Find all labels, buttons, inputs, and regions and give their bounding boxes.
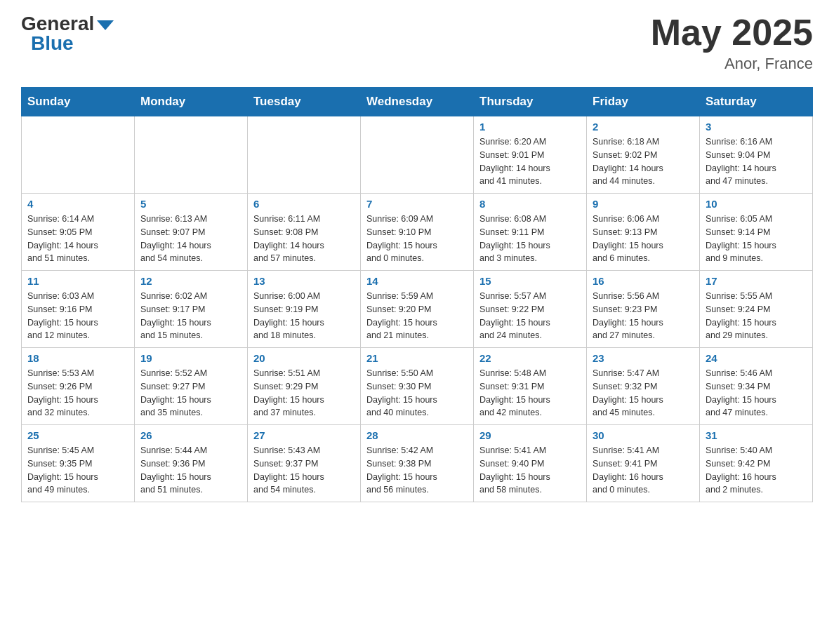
calendar-cell: 26Sunrise: 5:44 AMSunset: 9:36 PMDayligh…: [135, 425, 248, 502]
calendar-cell: 20Sunrise: 5:51 AMSunset: 9:29 PMDayligh…: [248, 348, 361, 425]
location-label: Anor, France: [651, 55, 813, 73]
calendar-cell: [361, 116, 474, 194]
calendar-cell: 9Sunrise: 6:06 AMSunset: 9:13 PMDaylight…: [587, 194, 700, 271]
logo-blue-text: Blue: [31, 34, 74, 53]
day-info: Sunrise: 5:45 AMSunset: 9:35 PMDaylight:…: [27, 444, 128, 497]
day-info: Sunrise: 5:42 AMSunset: 9:38 PMDaylight:…: [366, 444, 468, 497]
day-number: 7: [366, 198, 468, 210]
day-number: 2: [593, 121, 694, 133]
day-number: 10: [706, 198, 807, 210]
day-number: 27: [253, 429, 355, 441]
day-number: 31: [706, 429, 807, 441]
calendar-cell: 11Sunrise: 6:03 AMSunset: 9:16 PMDayligh…: [22, 271, 135, 348]
day-number: 13: [253, 275, 355, 287]
day-info: Sunrise: 5:50 AMSunset: 9:30 PMDaylight:…: [366, 367, 468, 420]
day-number: 6: [253, 198, 355, 210]
day-info: Sunrise: 5:55 AMSunset: 9:24 PMDaylight:…: [706, 290, 807, 342]
weekday-header-friday: Friday: [587, 88, 700, 116]
day-number: 3: [706, 121, 807, 133]
day-number: 23: [593, 352, 694, 364]
day-number: 18: [27, 352, 128, 364]
calendar-cell: 23Sunrise: 5:47 AMSunset: 9:32 PMDayligh…: [587, 348, 700, 425]
day-number: 20: [253, 352, 355, 364]
calendar-cell: 12Sunrise: 6:02 AMSunset: 9:17 PMDayligh…: [135, 271, 248, 348]
calendar-cell: 18Sunrise: 5:53 AMSunset: 9:26 PMDayligh…: [22, 348, 135, 425]
calendar-cell: 5Sunrise: 6:13 AMSunset: 9:07 PMDaylight…: [135, 194, 248, 271]
week-row-4: 18Sunrise: 5:53 AMSunset: 9:26 PMDayligh…: [22, 348, 813, 425]
calendar-cell: 10Sunrise: 6:05 AMSunset: 9:14 PMDayligh…: [700, 194, 813, 271]
calendar-cell: [22, 116, 135, 194]
calendar-cell: 25Sunrise: 5:45 AMSunset: 9:35 PMDayligh…: [22, 425, 135, 502]
logo: General Blue: [21, 14, 114, 53]
calendar-cell: 2Sunrise: 6:18 AMSunset: 9:02 PMDaylight…: [587, 116, 700, 194]
day-number: 28: [366, 429, 468, 441]
day-number: 19: [140, 352, 241, 364]
day-info: Sunrise: 6:05 AMSunset: 9:14 PMDaylight:…: [706, 213, 807, 265]
day-info: Sunrise: 5:57 AMSunset: 9:22 PMDaylight:…: [479, 290, 581, 342]
day-info: Sunrise: 5:48 AMSunset: 9:31 PMDaylight:…: [479, 367, 581, 420]
calendar-cell: 1Sunrise: 6:20 AMSunset: 9:01 PMDaylight…: [474, 116, 587, 194]
logo-general-text: General: [21, 14, 94, 34]
day-info: Sunrise: 6:14 AMSunset: 9:05 PMDaylight:…: [27, 213, 128, 265]
weekday-header-saturday: Saturday: [700, 88, 813, 116]
calendar-cell: 29Sunrise: 5:41 AMSunset: 9:40 PMDayligh…: [474, 425, 587, 502]
day-info: Sunrise: 5:59 AMSunset: 9:20 PMDaylight:…: [366, 290, 468, 342]
day-number: 12: [140, 275, 241, 287]
day-info: Sunrise: 5:40 AMSunset: 9:42 PMDaylight:…: [706, 444, 807, 497]
day-info: Sunrise: 5:41 AMSunset: 9:41 PMDaylight:…: [593, 444, 694, 497]
calendar-cell: 24Sunrise: 5:46 AMSunset: 9:34 PMDayligh…: [700, 348, 813, 425]
day-info: Sunrise: 5:47 AMSunset: 9:32 PMDaylight:…: [593, 367, 694, 420]
day-number: 9: [593, 198, 694, 210]
title-area: May 2025 Anor, France: [651, 14, 813, 73]
calendar-table: SundayMondayTuesdayWednesdayThursdayFrid…: [21, 87, 813, 502]
day-number: 8: [479, 198, 581, 210]
day-number: 5: [140, 198, 241, 210]
day-info: Sunrise: 5:41 AMSunset: 9:40 PMDaylight:…: [479, 444, 581, 497]
calendar-cell: 7Sunrise: 6:09 AMSunset: 9:10 PMDaylight…: [361, 194, 474, 271]
day-info: Sunrise: 5:51 AMSunset: 9:29 PMDaylight:…: [253, 367, 355, 420]
calendar-cell: 31Sunrise: 5:40 AMSunset: 9:42 PMDayligh…: [700, 425, 813, 502]
day-info: Sunrise: 6:06 AMSunset: 9:13 PMDaylight:…: [593, 213, 694, 265]
calendar-header-row: SundayMondayTuesdayWednesdayThursdayFrid…: [22, 88, 813, 116]
calendar-cell: 14Sunrise: 5:59 AMSunset: 9:20 PMDayligh…: [361, 271, 474, 348]
calendar-cell: 3Sunrise: 6:16 AMSunset: 9:04 PMDaylight…: [700, 116, 813, 194]
calendar-cell: 4Sunrise: 6:14 AMSunset: 9:05 PMDaylight…: [22, 194, 135, 271]
day-info: Sunrise: 5:46 AMSunset: 9:34 PMDaylight:…: [706, 367, 807, 420]
calendar-cell: [248, 116, 361, 194]
day-number: 4: [27, 198, 128, 210]
calendar-cell: 13Sunrise: 6:00 AMSunset: 9:19 PMDayligh…: [248, 271, 361, 348]
calendar-cell: 27Sunrise: 5:43 AMSunset: 9:37 PMDayligh…: [248, 425, 361, 502]
calendar-cell: 16Sunrise: 5:56 AMSunset: 9:23 PMDayligh…: [587, 271, 700, 348]
week-row-2: 4Sunrise: 6:14 AMSunset: 9:05 PMDaylight…: [22, 194, 813, 271]
day-number: 26: [140, 429, 241, 441]
day-number: 22: [479, 352, 581, 364]
calendar-cell: 22Sunrise: 5:48 AMSunset: 9:31 PMDayligh…: [474, 348, 587, 425]
calendar-cell: 30Sunrise: 5:41 AMSunset: 9:41 PMDayligh…: [587, 425, 700, 502]
day-info: Sunrise: 6:09 AMSunset: 9:10 PMDaylight:…: [366, 213, 468, 265]
day-number: 21: [366, 352, 468, 364]
day-number: 15: [479, 275, 581, 287]
day-info: Sunrise: 6:03 AMSunset: 9:16 PMDaylight:…: [27, 290, 128, 342]
week-row-3: 11Sunrise: 6:03 AMSunset: 9:16 PMDayligh…: [22, 271, 813, 348]
day-number: 17: [706, 275, 807, 287]
calendar-cell: 8Sunrise: 6:08 AMSunset: 9:11 PMDaylight…: [474, 194, 587, 271]
day-number: 1: [479, 121, 581, 133]
page-header: General Blue May 2025 Anor, France: [21, 14, 813, 73]
calendar-cell: 17Sunrise: 5:55 AMSunset: 9:24 PMDayligh…: [700, 271, 813, 348]
calendar-cell: 21Sunrise: 5:50 AMSunset: 9:30 PMDayligh…: [361, 348, 474, 425]
day-info: Sunrise: 5:56 AMSunset: 9:23 PMDaylight:…: [593, 290, 694, 342]
day-info: Sunrise: 6:18 AMSunset: 9:02 PMDaylight:…: [593, 135, 694, 188]
day-number: 16: [593, 275, 694, 287]
day-number: 25: [27, 429, 128, 441]
day-info: Sunrise: 5:43 AMSunset: 9:37 PMDaylight:…: [253, 444, 355, 497]
day-number: 24: [706, 352, 807, 364]
day-info: Sunrise: 6:08 AMSunset: 9:11 PMDaylight:…: [479, 213, 581, 265]
day-number: 14: [366, 275, 468, 287]
day-info: Sunrise: 6:02 AMSunset: 9:17 PMDaylight:…: [140, 290, 241, 342]
day-info: Sunrise: 6:13 AMSunset: 9:07 PMDaylight:…: [140, 213, 241, 265]
calendar-cell: 15Sunrise: 5:57 AMSunset: 9:22 PMDayligh…: [474, 271, 587, 348]
weekday-header-sunday: Sunday: [22, 88, 135, 116]
week-row-5: 25Sunrise: 5:45 AMSunset: 9:35 PMDayligh…: [22, 425, 813, 502]
month-title: May 2025: [651, 14, 813, 51]
day-info: Sunrise: 6:16 AMSunset: 9:04 PMDaylight:…: [706, 135, 807, 188]
